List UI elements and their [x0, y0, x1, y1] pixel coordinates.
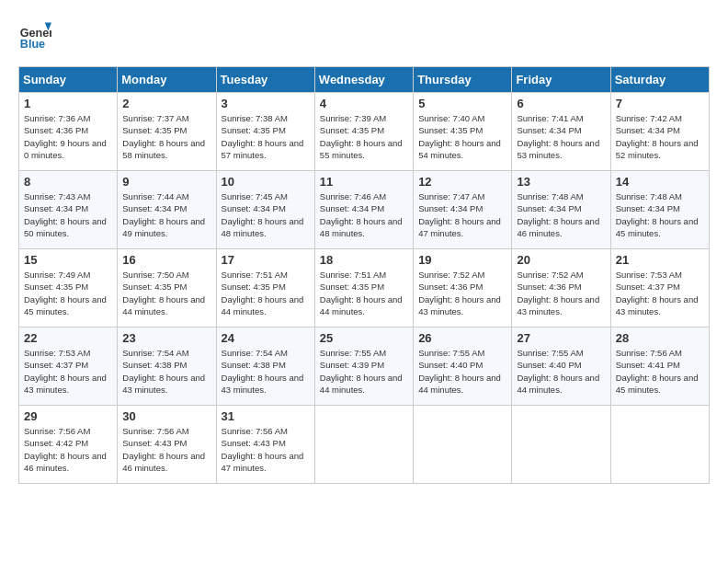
day-number: 7: [616, 97, 704, 110]
cell-info: Sunrise: 7:54 AM Sunset: 4:38 PM Dayligh…: [222, 347, 310, 396]
calendar-cell: 12 Sunrise: 7:47 AM Sunset: 4:34 PM Dayl…: [414, 171, 512, 249]
calendar-cell: 4 Sunrise: 7:39 AM Sunset: 4:35 PM Dayli…: [314, 93, 413, 171]
calendar-week-row: 8 Sunrise: 7:43 AM Sunset: 4:34 PM Dayli…: [19, 171, 710, 249]
cell-info: Sunrise: 7:56 AM Sunset: 4:42 PM Dayligh…: [24, 425, 112, 474]
cell-info: Sunrise: 7:54 AM Sunset: 4:38 PM Dayligh…: [122, 347, 210, 396]
day-number: 22: [24, 331, 112, 345]
calendar-cell: 25 Sunrise: 7:55 AM Sunset: 4:39 PM Dayl…: [314, 327, 413, 406]
day-header-tuesday: Tuesday: [216, 67, 314, 93]
calendar-cell: 31 Sunrise: 7:56 AM Sunset: 4:43 PM Dayl…: [216, 406, 314, 484]
calendar-cell: [512, 406, 610, 484]
day-number: 2: [122, 97, 210, 110]
cell-info: Sunrise: 7:39 AM Sunset: 4:35 PM Dayligh…: [320, 112, 408, 161]
calendar-week-row: 29 Sunrise: 7:56 AM Sunset: 4:42 PM Dayl…: [19, 406, 710, 484]
day-header-saturday: Saturday: [610, 67, 709, 93]
day-number: 19: [418, 253, 506, 267]
day-number: 18: [320, 253, 408, 267]
cell-info: Sunrise: 7:56 AM Sunset: 4:43 PM Dayligh…: [222, 425, 310, 474]
day-number: 5: [418, 97, 506, 110]
calendar-week-row: 1 Sunrise: 7:36 AM Sunset: 4:36 PM Dayli…: [19, 93, 710, 171]
day-number: 14: [616, 175, 704, 189]
day-number: 1: [24, 97, 112, 110]
calendar-week-row: 22 Sunrise: 7:53 AM Sunset: 4:37 PM Dayl…: [19, 327, 710, 406]
day-number: 29: [24, 409, 112, 423]
calendar-cell: 9 Sunrise: 7:44 AM Sunset: 4:34 PM Dayli…: [118, 171, 216, 249]
calendar-cell: 6 Sunrise: 7:41 AM Sunset: 4:34 PM Dayli…: [512, 93, 610, 171]
cell-info: Sunrise: 7:55 AM Sunset: 4:39 PM Dayligh…: [320, 347, 408, 396]
cell-info: Sunrise: 7:36 AM Sunset: 4:36 PM Dayligh…: [24, 112, 112, 161]
calendar-cell: 26 Sunrise: 7:55 AM Sunset: 4:40 PM Dayl…: [414, 327, 512, 406]
day-number: 3: [222, 97, 310, 110]
calendar-cell: 1 Sunrise: 7:36 AM Sunset: 4:36 PM Dayli…: [19, 93, 118, 171]
calendar-cell: 13 Sunrise: 7:48 AM Sunset: 4:34 PM Dayl…: [512, 171, 610, 249]
cell-info: Sunrise: 7:53 AM Sunset: 4:37 PM Dayligh…: [616, 269, 704, 317]
calendar-cell: 24 Sunrise: 7:54 AM Sunset: 4:38 PM Dayl…: [216, 327, 314, 406]
day-number: 21: [616, 253, 704, 267]
cell-info: Sunrise: 7:49 AM Sunset: 4:35 PM Dayligh…: [24, 269, 112, 317]
cell-info: Sunrise: 7:51 AM Sunset: 4:35 PM Dayligh…: [222, 269, 310, 317]
calendar-cell: [414, 406, 512, 484]
calendar-cell: 7 Sunrise: 7:42 AM Sunset: 4:34 PM Dayli…: [610, 93, 709, 171]
calendar-header-row: SundayMondayTuesdayWednesdayThursdayFrid…: [19, 67, 710, 93]
cell-info: Sunrise: 7:56 AM Sunset: 4:43 PM Dayligh…: [122, 425, 210, 474]
calendar-cell: 20 Sunrise: 7:52 AM Sunset: 4:36 PM Dayl…: [512, 249, 610, 327]
calendar-cell: 5 Sunrise: 7:40 AM Sunset: 4:35 PM Dayli…: [414, 93, 512, 171]
cell-info: Sunrise: 7:46 AM Sunset: 4:34 PM Dayligh…: [320, 190, 408, 239]
calendar-cell: [610, 406, 709, 484]
calendar-cell: 30 Sunrise: 7:56 AM Sunset: 4:43 PM Dayl…: [118, 406, 216, 484]
cell-info: Sunrise: 7:38 AM Sunset: 4:35 PM Dayligh…: [222, 112, 310, 161]
day-number: 25: [320, 331, 408, 345]
cell-info: Sunrise: 7:44 AM Sunset: 4:34 PM Dayligh…: [122, 190, 210, 239]
calendar-table: SundayMondayTuesdayWednesdayThursdayFrid…: [18, 66, 710, 484]
calendar-cell: 18 Sunrise: 7:51 AM Sunset: 4:35 PM Dayl…: [314, 249, 413, 327]
day-header-wednesday: Wednesday: [314, 67, 413, 93]
day-header-monday: Monday: [118, 67, 216, 93]
calendar-cell: 10 Sunrise: 7:45 AM Sunset: 4:34 PM Dayl…: [216, 171, 314, 249]
calendar-cell: 3 Sunrise: 7:38 AM Sunset: 4:35 PM Dayli…: [216, 93, 314, 171]
day-number: 16: [122, 253, 210, 267]
cell-info: Sunrise: 7:52 AM Sunset: 4:36 PM Dayligh…: [418, 269, 506, 317]
svg-text:Blue: Blue: [20, 38, 45, 51]
day-number: 17: [222, 253, 310, 267]
cell-info: Sunrise: 7:40 AM Sunset: 4:35 PM Dayligh…: [418, 112, 506, 161]
calendar-cell: 15 Sunrise: 7:49 AM Sunset: 4:35 PM Dayl…: [19, 249, 118, 327]
logo-icon: General Blue: [18, 18, 51, 52]
day-number: 13: [517, 175, 605, 189]
day-header-sunday: Sunday: [19, 67, 118, 93]
cell-info: Sunrise: 7:41 AM Sunset: 4:34 PM Dayligh…: [517, 112, 605, 161]
calendar-cell: 21 Sunrise: 7:53 AM Sunset: 4:37 PM Dayl…: [610, 249, 709, 327]
day-header-friday: Friday: [512, 67, 610, 93]
day-number: 28: [616, 331, 704, 345]
day-number: 6: [517, 97, 605, 110]
calendar-cell: 14 Sunrise: 7:48 AM Sunset: 4:34 PM Dayl…: [610, 171, 709, 249]
cell-info: Sunrise: 7:47 AM Sunset: 4:34 PM Dayligh…: [418, 190, 506, 239]
cell-info: Sunrise: 7:55 AM Sunset: 4:40 PM Dayligh…: [517, 347, 605, 396]
day-number: 10: [222, 175, 310, 189]
day-number: 31: [222, 409, 310, 423]
day-header-thursday: Thursday: [414, 67, 512, 93]
cell-info: Sunrise: 7:50 AM Sunset: 4:35 PM Dayligh…: [122, 269, 210, 317]
cell-info: Sunrise: 7:53 AM Sunset: 4:37 PM Dayligh…: [24, 347, 112, 396]
calendar-cell: 16 Sunrise: 7:50 AM Sunset: 4:35 PM Dayl…: [118, 249, 216, 327]
cell-info: Sunrise: 7:45 AM Sunset: 4:34 PM Dayligh…: [222, 190, 310, 239]
calendar-body: 1 Sunrise: 7:36 AM Sunset: 4:36 PM Dayli…: [19, 93, 710, 484]
cell-info: Sunrise: 7:55 AM Sunset: 4:40 PM Dayligh…: [418, 347, 506, 396]
cell-info: Sunrise: 7:48 AM Sunset: 4:34 PM Dayligh…: [616, 190, 704, 239]
cell-info: Sunrise: 7:51 AM Sunset: 4:35 PM Dayligh…: [320, 269, 408, 317]
cell-info: Sunrise: 7:42 AM Sunset: 4:34 PM Dayligh…: [616, 112, 704, 161]
page-header: General Blue: [18, 18, 710, 52]
day-number: 11: [320, 175, 408, 189]
calendar-cell: 19 Sunrise: 7:52 AM Sunset: 4:36 PM Dayl…: [414, 249, 512, 327]
calendar-cell: 28 Sunrise: 7:56 AM Sunset: 4:41 PM Dayl…: [610, 327, 709, 406]
day-number: 9: [122, 175, 210, 189]
calendar-cell: 23 Sunrise: 7:54 AM Sunset: 4:38 PM Dayl…: [118, 327, 216, 406]
day-number: 12: [418, 175, 506, 189]
day-number: 4: [320, 97, 408, 110]
cell-info: Sunrise: 7:56 AM Sunset: 4:41 PM Dayligh…: [616, 347, 704, 396]
calendar-cell: [314, 406, 413, 484]
day-number: 26: [418, 331, 506, 345]
calendar-week-row: 15 Sunrise: 7:49 AM Sunset: 4:35 PM Dayl…: [19, 249, 710, 327]
day-number: 20: [517, 253, 605, 267]
cell-info: Sunrise: 7:43 AM Sunset: 4:34 PM Dayligh…: [24, 190, 112, 239]
calendar-cell: 22 Sunrise: 7:53 AM Sunset: 4:37 PM Dayl…: [19, 327, 118, 406]
